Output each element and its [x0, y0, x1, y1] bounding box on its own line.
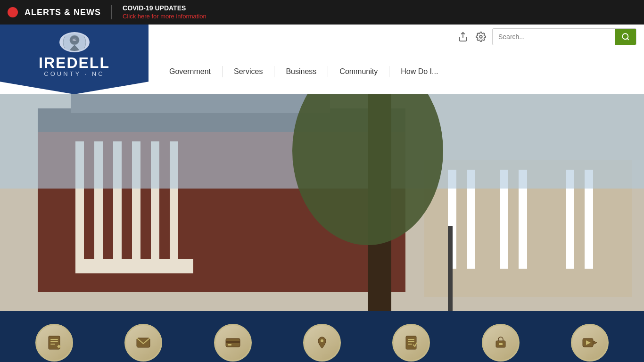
search-input[interactable] [493, 33, 615, 41]
svg-marker-24 [593, 341, 597, 345]
employment-icon [482, 324, 520, 362]
hero-overlay [0, 94, 644, 311]
logo-name: IREDELL [39, 55, 110, 70]
maps-icon [303, 324, 341, 362]
nav-item-government[interactable]: Government [158, 49, 222, 94]
nav-item-community[interactable]: Community [328, 49, 389, 94]
settings-icon[interactable] [474, 30, 487, 43]
svg-line-6 [627, 38, 628, 40]
permits-icon [392, 324, 430, 362]
alert-bar: ALERTS & NEWS COVID-19 UPDATES Click her… [0, 0, 644, 25]
search-bar [492, 28, 636, 45]
logo-seal: IC [59, 32, 90, 52]
svg-rect-14 [226, 341, 240, 343]
alert-title: ALERTS & NEWS [25, 8, 101, 17]
quick-link-payments[interactable]: Payments [202, 324, 264, 362]
svg-rect-18 [408, 339, 414, 340]
quick-link-notify[interactable]: Notify Me® [113, 324, 174, 362]
search-button[interactable] [615, 28, 636, 45]
svg-point-5 [622, 33, 628, 39]
quick-link-public-records[interactable]: Public Records [24, 324, 85, 362]
svg-rect-9 [50, 341, 58, 342]
toolbar [149, 25, 644, 49]
svg-point-4 [479, 35, 482, 38]
quick-link-permits[interactable]: Permits & [380, 324, 442, 362]
right-header: Government Services Business Community H… [149, 25, 644, 94]
hero-image [0, 94, 644, 311]
svg-rect-8 [50, 339, 58, 340]
alert-content: COVID-19 UPDATES Click here for more inf… [123, 4, 206, 20]
quick-link-boc-videos[interactable]: BOC Videos [559, 324, 620, 362]
logo-area[interactable]: IC IREDELL COUNTY · NC [0, 25, 149, 94]
svg-rect-17 [406, 336, 416, 349]
covid-title: COVID-19 UPDATES [123, 4, 206, 12]
nav-item-how-do-i[interactable]: How Do I... [389, 49, 449, 94]
boc-videos-icon [571, 324, 609, 362]
header: IC IREDELL COUNTY · NC [0, 25, 644, 94]
quick-link-maps[interactable]: Maps [291, 324, 353, 362]
nav-item-services[interactable]: Services [223, 49, 274, 94]
quick-links-bar: Public Records Notify Me® Payments [0, 311, 644, 362]
alert-divider [111, 5, 112, 19]
svg-rect-22 [499, 343, 503, 345]
notify-icon [124, 324, 162, 362]
svg-rect-20 [408, 344, 412, 345]
svg-rect-10 [50, 344, 55, 345]
alert-dot-icon [8, 7, 18, 17]
svg-rect-19 [408, 341, 414, 342]
share-icon[interactable] [456, 30, 470, 43]
logo-subtitle: COUNTY · NC [44, 70, 104, 77]
svg-point-16 [321, 339, 323, 342]
payments-icon [214, 324, 252, 362]
svg-rect-15 [228, 344, 231, 346]
public-records-icon [35, 324, 73, 362]
svg-text:IC: IC [73, 38, 76, 42]
nav-item-business[interactable]: Business [274, 49, 328, 94]
covid-link[interactable]: Click here for more information [123, 13, 206, 20]
main-nav: Government Services Business Community H… [149, 49, 644, 94]
quick-link-employment[interactable]: Employment [470, 324, 531, 362]
